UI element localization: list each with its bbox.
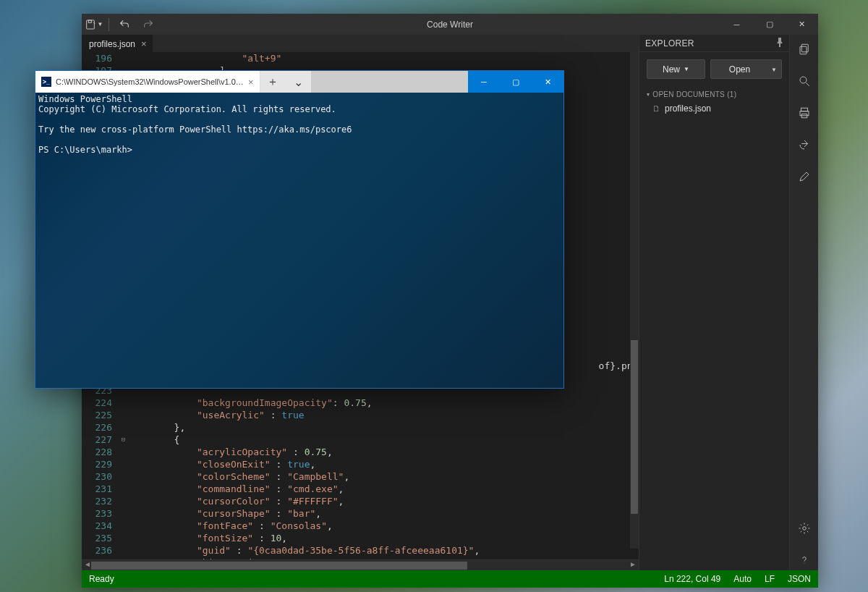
svg-point-8 <box>802 527 806 530</box>
terminal-tabbar: >_ C:\WINDOWS\System32\WindowsPowerShell… <box>35 71 563 93</box>
edit-icon[interactable] <box>794 166 814 187</box>
terminal-tab-title: C:\WINDOWS\System32\WindowsPowerShell\v1… <box>56 77 244 86</box>
svg-rect-1 <box>88 20 91 22</box>
status-bar: Ready Ln 222, Col 49 Auto LF JSON <box>82 570 818 588</box>
status-cursor-position[interactable]: Ln 222, Col 49 <box>664 574 720 584</box>
svg-rect-5 <box>801 108 807 111</box>
editor-tabbar: profiles.json × <box>82 35 639 52</box>
share-icon[interactable] <box>794 135 814 155</box>
file-icon: 🗋 <box>652 104 660 113</box>
open-document-name: profiles.json <box>665 103 711 114</box>
status-ready: Ready <box>89 574 114 584</box>
close-icon[interactable]: × <box>248 77 254 88</box>
close-button[interactable]: ✕ <box>532 71 563 93</box>
status-encoding[interactable]: Auto <box>733 574 752 584</box>
close-icon[interactable]: × <box>141 39 147 48</box>
editor-tab-profiles-json[interactable]: profiles.json × <box>82 35 153 52</box>
maximize-button[interactable]: ▢ <box>500 71 532 93</box>
save-button[interactable]: ▼ <box>82 14 106 35</box>
terminal-tab[interactable]: >_ C:\WINDOWS\System32\WindowsPowerShell… <box>35 71 260 93</box>
scrollbar-thumb[interactable] <box>631 340 638 514</box>
svg-point-4 <box>800 77 807 83</box>
help-icon[interactable] <box>794 550 814 570</box>
svg-rect-3 <box>800 46 807 54</box>
new-file-label: New <box>663 64 680 75</box>
explorer-header: EXPLORER <box>639 35 789 52</box>
explorer-panel: EXPLORER New▼ Open ▼ ▾ OPEN DOCUMENTS (1… <box>639 35 789 570</box>
open-documents-header[interactable]: ▾ OPEN DOCUMENTS (1) <box>639 86 789 101</box>
settings-icon[interactable] <box>794 518 814 538</box>
new-tab-button[interactable]: ＋ <box>260 71 286 93</box>
minimize-button[interactable]: ─ <box>468 71 500 93</box>
action-strip <box>789 35 818 570</box>
search-icon[interactable] <box>794 71 814 91</box>
powershell-icon: >_ <box>41 77 51 87</box>
explorer-title: EXPLORER <box>645 38 694 48</box>
close-button[interactable]: ✕ <box>786 14 818 35</box>
status-language[interactable]: JSON <box>788 574 811 584</box>
svg-rect-2 <box>801 44 808 52</box>
print-icon[interactable] <box>794 103 814 123</box>
terminal-output[interactable]: Windows PowerShell Copyright (C) Microso… <box>35 93 563 388</box>
maximize-button[interactable]: ▢ <box>753 14 786 35</box>
window-title: Code Writer <box>82 20 818 30</box>
vertical-scrollbar[interactable] <box>630 52 639 549</box>
editor-tab-label: profiles.json <box>89 39 135 49</box>
chevron-down-icon: ▾ <box>647 91 650 98</box>
chevron-down-icon[interactable]: ▼ <box>771 66 777 72</box>
scrollbar-thumb[interactable] <box>91 562 467 570</box>
powershell-window: >_ C:\WINDOWS\System32\WindowsPowerShell… <box>35 70 564 389</box>
copy-icon[interactable] <box>794 39 814 59</box>
pin-icon[interactable] <box>776 38 783 48</box>
horizontal-scrollbar[interactable] <box>82 559 639 570</box>
minimize-button[interactable]: ─ <box>720 14 753 35</box>
redo-button[interactable] <box>136 14 160 35</box>
new-file-button[interactable]: New▼ <box>647 59 705 79</box>
svg-rect-0 <box>86 20 94 29</box>
open-file-label: Open <box>729 64 750 75</box>
tab-dropdown-button[interactable]: ⌄ <box>286 71 311 93</box>
open-document-item[interactable]: 🗋 profiles.json <box>639 101 789 116</box>
undo-button[interactable] <box>112 14 136 35</box>
open-file-button[interactable]: Open ▼ <box>710 59 782 79</box>
titlebar: ▼ Code Writer ─ ▢ ✕ <box>82 14 818 35</box>
open-documents-label: OPEN DOCUMENTS (1) <box>652 90 736 98</box>
status-line-ending[interactable]: LF <box>765 574 775 584</box>
